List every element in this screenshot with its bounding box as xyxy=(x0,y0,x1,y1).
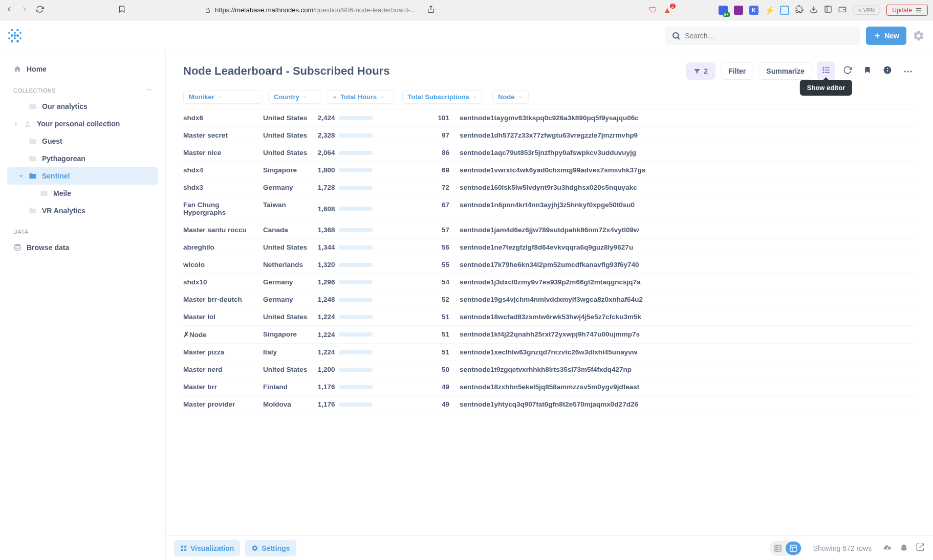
forward-icon[interactable] xyxy=(20,5,29,15)
search-input[interactable] xyxy=(685,32,854,40)
table-row[interactable]: Master lolUnited States1,22451sentnode18… xyxy=(183,308,916,326)
table-row[interactable]: Fan Chung HypergraphsTaiwan1,60867sentno… xyxy=(183,196,916,221)
svg-rect-26 xyxy=(184,549,186,551)
table-row[interactable]: Master secretUnited States2,32897sentnod… xyxy=(183,127,916,144)
reload-icon[interactable] xyxy=(36,5,44,15)
cell-node: sentnode1j3dxcl0zmy9v7es939p2m66gf2mtaqg… xyxy=(460,278,916,286)
svg-rect-25 xyxy=(181,549,183,551)
table-row[interactable]: Master providerMoldova1,17649sentnode1yh… xyxy=(183,396,916,413)
column-header[interactable]: Total Hours xyxy=(327,90,395,104)
table-row[interactable]: shdx3Germany1,72872sentnode160lsk5lw5lvd… xyxy=(183,179,916,196)
folder-icon xyxy=(40,189,48,197)
bookmark-outline-icon[interactable] xyxy=(118,5,126,15)
share-link-icon[interactable] xyxy=(916,543,925,553)
question-title[interactable]: Node Leaderboard - Subscribed Hours xyxy=(183,64,681,78)
extension-icon[interactable] xyxy=(734,6,743,15)
sidebar-item[interactable]: Meile xyxy=(7,185,158,202)
wallet-icon[interactable] xyxy=(838,5,847,15)
table-row[interactable]: shdx10Germany1,29654sentnode1j3dxcl0zmy9… xyxy=(183,274,916,291)
cell-country: Singapore xyxy=(263,166,316,174)
cell-moniker: shdx6 xyxy=(183,114,263,122)
cell-hours: 1,176 xyxy=(316,383,373,391)
folder-icon xyxy=(29,137,37,145)
table-row[interactable]: Master pizzaItaly1,22451sentnode1xeclhlw… xyxy=(183,344,916,361)
update-button[interactable]: Update xyxy=(886,5,928,16)
cell-node: sentnode17k79he6kn34l2pm52umcdfkanavflg9… xyxy=(460,261,916,268)
cell-node: sentnode1jam4d6ez6jjw789sutdpahk86nm72x4… xyxy=(460,226,916,234)
table-row[interactable]: Master nerdUnited States1,20050sentnode1… xyxy=(183,361,916,378)
column-header[interactable]: Node xyxy=(492,90,529,104)
cell-node: sentnode1taygmv63tkspq0c926a3k890pq5f9ys… xyxy=(460,114,916,122)
extension-icon[interactable] xyxy=(780,6,789,15)
extensions-icon[interactable] xyxy=(795,5,804,15)
download-results-icon[interactable] xyxy=(883,543,892,553)
alert-bell-icon[interactable] xyxy=(899,543,908,553)
table-row[interactable]: Master brrFinland1,17649sentnode18zxhhn5… xyxy=(183,378,916,396)
metabase-logo[interactable] xyxy=(8,29,21,42)
sidebar-item[interactable]: Guest xyxy=(7,132,158,150)
table-row[interactable]: shdx6United States2,424101sentnode1taygm… xyxy=(183,109,916,127)
sidebar-item[interactable]: Our analytics xyxy=(7,98,158,115)
cell-hours: 1,248 xyxy=(316,296,373,303)
sidebar-toggle-icon[interactable] xyxy=(824,5,832,15)
table-row[interactable]: Master brr-deutchGermany1,24852sentnode1… xyxy=(183,291,916,308)
filter-count-pill[interactable]: 2 xyxy=(686,62,715,80)
main-content: Node Leaderboard - Subscribed Hours 2 Fi… xyxy=(166,51,933,560)
extension-icon[interactable]: ⚡ xyxy=(765,6,774,15)
cell-node: sentnode18zxhhn5ekel5jq858ammzzsv5m0ygv9… xyxy=(460,383,916,391)
cell-subs: 50 xyxy=(373,366,460,373)
sidebar-item[interactable]: Sentinel xyxy=(7,167,158,185)
brave-rewards-icon[interactable]: ▲2 xyxy=(663,6,671,15)
sidebar-item[interactable]: VR Analytics xyxy=(7,202,158,219)
brave-shield-icon[interactable]: 🛡 xyxy=(649,6,657,15)
settings-gear-icon[interactable] xyxy=(913,30,925,42)
download-icon[interactable] xyxy=(810,5,818,15)
back-icon[interactable] xyxy=(5,5,13,15)
extension-icon[interactable]: 9+ xyxy=(719,6,728,15)
column-header[interactable]: Total Subscriptions xyxy=(402,90,483,104)
row-count: Showing 672 rows xyxy=(813,544,872,552)
cell-subs: 54 xyxy=(373,278,460,286)
app-header: New xyxy=(0,20,933,51)
cell-node: sentnode1ne7tezgfzlgf8d64evkvqqra6q9guz8… xyxy=(460,243,916,251)
new-button[interactable]: New xyxy=(866,27,906,45)
cell-subs: 55 xyxy=(373,261,460,268)
table-row[interactable]: shdx4Singapore1,80069sentnode1vwrxtc4wk6… xyxy=(183,162,916,179)
url-bar[interactable]: https://metabase.mathnodes.com/question/… xyxy=(205,6,416,14)
svg-rect-31 xyxy=(790,545,796,551)
cell-country: Germany xyxy=(263,278,316,286)
column-header[interactable]: Moniker xyxy=(183,90,263,104)
sidebar-item[interactable]: Your personal collection xyxy=(7,115,158,132)
view-detail-icon[interactable] xyxy=(786,542,801,555)
sidebar-item[interactable]: Pythagorean xyxy=(7,150,158,167)
summarize-button[interactable]: Summarize xyxy=(758,62,812,80)
filter-button[interactable]: Filter xyxy=(721,62,753,80)
cell-country: Singapore xyxy=(263,330,316,339)
refresh-icon[interactable] xyxy=(840,62,855,80)
table-row[interactable]: wicoloNetherlands1,32055sentnode17k79he6… xyxy=(183,256,916,274)
visualization-button[interactable]: Visualization xyxy=(174,540,240,556)
cell-country: Italy xyxy=(263,348,316,356)
show-editor-button[interactable]: Show editor xyxy=(817,61,835,81)
search-bar[interactable] xyxy=(665,27,860,45)
table-row[interactable]: Master niceUnited States2,06486sentnode1… xyxy=(183,144,916,162)
table-row[interactable]: Master santu roccuCanada1,36857sentnode1… xyxy=(183,221,916,239)
vpn-button[interactable]: VPN xyxy=(853,6,881,15)
view-table-icon[interactable] xyxy=(770,542,786,555)
more-icon[interactable]: ⋯ xyxy=(146,87,153,94)
info-icon[interactable] xyxy=(880,62,895,80)
sidebar-browse-data[interactable]: Browse data xyxy=(7,239,158,256)
cell-country: Canada xyxy=(263,226,316,234)
sidebar-home[interactable]: Home xyxy=(7,60,158,78)
more-menu-icon[interactable]: ⋯ xyxy=(900,62,916,80)
settings-button[interactable]: Settings xyxy=(245,540,296,556)
cell-moniker: Master nice xyxy=(183,149,263,156)
share-icon[interactable] xyxy=(427,5,435,15)
person-icon xyxy=(24,120,32,128)
cell-subs: 51 xyxy=(373,348,460,356)
table-row[interactable]: ✗NodeSingapore1,22451sentnode1kf4j22qnah… xyxy=(183,326,916,344)
bookmark-icon[interactable] xyxy=(860,63,875,79)
column-header[interactable]: Country xyxy=(268,90,321,104)
table-row[interactable]: abreghiloUnited States1,34456sentnode1ne… xyxy=(183,239,916,256)
extension-icon[interactable]: K xyxy=(749,6,758,15)
